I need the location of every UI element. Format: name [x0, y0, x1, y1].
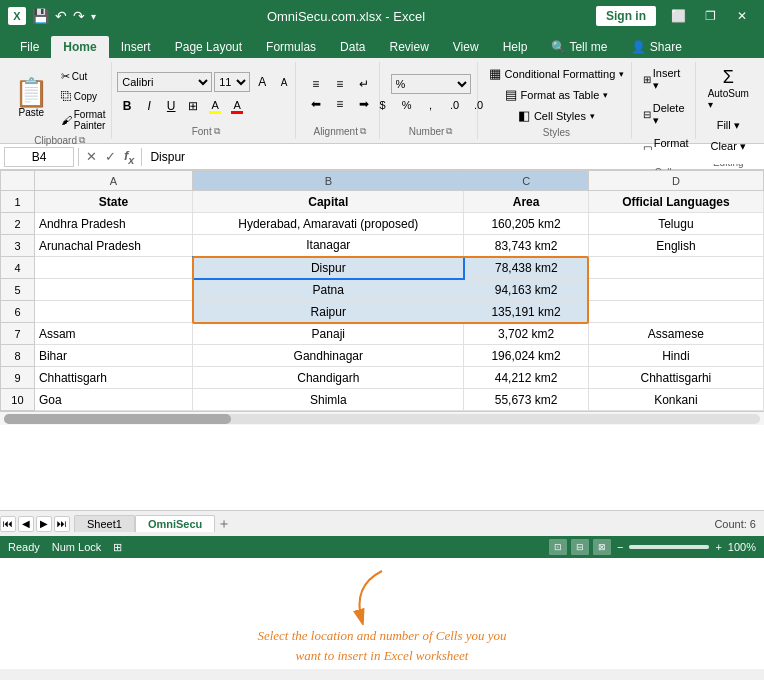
add-sheet-button[interactable]: ＋ — [215, 515, 233, 533]
horizontal-scrollbar[interactable] — [0, 411, 764, 425]
col-header-b[interactable]: B — [193, 171, 464, 191]
tab-insert[interactable]: Insert — [109, 36, 163, 58]
normal-view-button[interactable]: ⊡ — [549, 539, 567, 555]
comma-button[interactable]: , — [420, 96, 442, 114]
row-num-4[interactable]: 4 — [1, 257, 35, 279]
cell-d1[interactable]: Official Languages — [588, 191, 763, 213]
page-break-view-button[interactable]: ⊠ — [593, 539, 611, 555]
cut-button[interactable]: ✂Cut — [57, 68, 110, 85]
cell-c10[interactable]: 55,673 km2 — [464, 389, 588, 411]
row-num-5[interactable]: 5 — [1, 279, 35, 301]
tab-review[interactable]: Review — [377, 36, 440, 58]
cell-b8[interactable]: Gandhinagar — [193, 345, 464, 367]
zoom-slider[interactable] — [629, 545, 709, 549]
cell-d7[interactable]: Assamese — [588, 323, 763, 345]
tab-formulas[interactable]: Formulas — [254, 36, 328, 58]
cell-b9[interactable]: Chandigarh — [193, 367, 464, 389]
fill-button[interactable]: Fill ▾ — [713, 117, 744, 134]
cell-a1[interactable]: State — [34, 191, 192, 213]
tab-tell-me[interactable]: 🔍 Tell me — [539, 36, 619, 58]
cell-c4[interactable]: 78,438 km2 — [464, 257, 588, 279]
row-num-8[interactable]: 8 — [1, 345, 35, 367]
row-num-1[interactable]: 1 — [1, 191, 35, 213]
tab-view[interactable]: View — [441, 36, 491, 58]
cell-a6[interactable] — [34, 301, 192, 323]
cell-c5[interactable]: 94,163 km2 — [464, 279, 588, 301]
percent-button[interactable]: % — [396, 96, 418, 114]
alignment-expand-icon[interactable]: ⧉ — [360, 126, 366, 137]
sheet-tab-sheet1[interactable]: Sheet1 — [74, 515, 135, 532]
sheet-nav-last[interactable]: ⏭ — [54, 516, 70, 532]
insert-function-icon[interactable]: fx — [121, 148, 137, 166]
tab-file[interactable]: File — [8, 36, 51, 58]
sheet-nav-next[interactable]: ▶ — [36, 516, 52, 532]
tab-help[interactable]: Help — [491, 36, 540, 58]
format-as-table-button[interactable]: ▤ Format as Table ▾ — [499, 85, 615, 104]
h-scrollbar-thumb[interactable] — [4, 414, 231, 424]
cell-d8[interactable]: Hindi — [588, 345, 763, 367]
format-painter-button[interactable]: 🖌Format Painter — [57, 107, 110, 133]
align-top-center-button[interactable]: ≡ — [329, 75, 351, 93]
cell-a4[interactable] — [34, 257, 192, 279]
increase-font-icon[interactable]: A — [252, 72, 272, 92]
cell-d2[interactable]: Telugu — [588, 213, 763, 235]
font-size-select[interactable]: 11 — [214, 72, 250, 92]
paste-button[interactable]: 📋 Paste — [10, 77, 53, 120]
cell-b1[interactable]: Capital — [193, 191, 464, 213]
cell-c7[interactable]: 3,702 km2 — [464, 323, 588, 345]
sign-in-button[interactable]: Sign in — [596, 6, 656, 26]
cell-a5[interactable] — [34, 279, 192, 301]
h-scrollbar-track[interactable] — [4, 414, 760, 424]
cell-b5[interactable]: Patna — [193, 279, 464, 301]
increase-decimal-button[interactable]: .0 — [444, 96, 466, 114]
cell-b3[interactable]: Itanagar — [193, 235, 464, 257]
autosum-button[interactable]: Σ AutoSum ▾ — [702, 64, 755, 113]
align-center-button[interactable]: ≡ — [329, 95, 351, 113]
cell-b4[interactable]: Dispur — [193, 257, 464, 279]
cell-a2[interactable]: Andhra Pradesh — [34, 213, 192, 235]
restore-button[interactable]: ❐ — [696, 6, 724, 26]
cell-d9[interactable]: Chhattisgarhi — [588, 367, 763, 389]
cell-d6[interactable] — [588, 301, 763, 323]
sheet-nav-prev[interactable]: ◀ — [18, 516, 34, 532]
cell-a8[interactable]: Bihar — [34, 345, 192, 367]
formula-input[interactable] — [146, 150, 760, 164]
confirm-formula-icon[interactable]: ✓ — [102, 149, 119, 164]
cell-reference-input[interactable] — [4, 147, 74, 167]
tab-page-layout[interactable]: Page Layout — [163, 36, 254, 58]
redo-icon[interactable]: ↷ — [73, 8, 85, 24]
number-expand-icon[interactable]: ⧉ — [446, 126, 452, 137]
col-header-c[interactable]: C — [464, 171, 588, 191]
cell-b6[interactable]: Raipur — [193, 301, 464, 323]
save-icon[interactable]: 💾 — [32, 8, 49, 24]
tab-share[interactable]: 👤 Share — [619, 36, 693, 58]
cell-d5[interactable] — [588, 279, 763, 301]
cell-styles-button[interactable]: ◧ Cell Styles ▾ — [512, 106, 601, 125]
font-family-select[interactable]: Calibri — [117, 72, 212, 92]
font-color-button[interactable]: A — [227, 96, 247, 116]
number-format-select[interactable]: % — [391, 74, 471, 94]
row-num-2[interactable]: 2 — [1, 213, 35, 235]
align-top-left-button[interactable]: ≡ — [305, 75, 327, 93]
plus-zoom-button[interactable]: + — [715, 541, 721, 553]
delete-button[interactable]: ⊟ Delete ▾ — [637, 99, 695, 130]
cell-c9[interactable]: 44,212 km2 OmniSecu.com — [464, 367, 588, 389]
bold-button[interactable]: B — [117, 96, 137, 116]
conditional-formatting-button[interactable]: ▦ Conditional Formatting ▾ — [483, 64, 631, 83]
italic-button[interactable]: I — [139, 96, 159, 116]
page-layout-view-button[interactable]: ⊟ — [571, 539, 589, 555]
cell-c3[interactable]: 83,743 km2 — [464, 235, 588, 257]
cell-c8[interactable]: 196,024 km2 — [464, 345, 588, 367]
row-num-10[interactable]: 10 — [1, 389, 35, 411]
cell-c1[interactable]: Area — [464, 191, 588, 213]
border-button[interactable]: ⊞ — [183, 96, 203, 116]
currency-button[interactable]: $ — [372, 96, 394, 114]
row-num-3[interactable]: 3 — [1, 235, 35, 257]
cell-b10[interactable]: Shimla — [193, 389, 464, 411]
cell-b7[interactable]: Panaji — [193, 323, 464, 345]
align-left-button[interactable]: ⬅ — [305, 95, 327, 113]
row-num-9[interactable]: 9 — [1, 367, 35, 389]
copy-button[interactable]: ⿻Copy — [57, 88, 110, 104]
underline-button[interactable]: U — [161, 96, 181, 116]
tab-data[interactable]: Data — [328, 36, 377, 58]
